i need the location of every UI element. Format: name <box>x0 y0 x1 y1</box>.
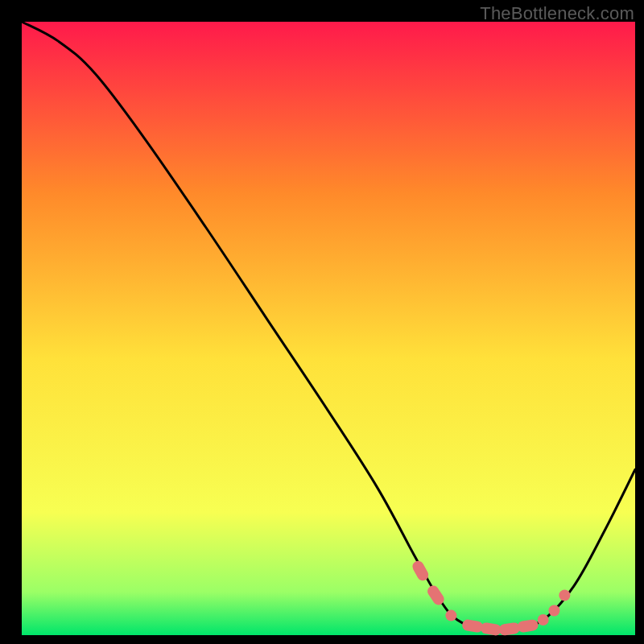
plot-background <box>22 22 635 635</box>
marker-dot <box>445 610 456 621</box>
marker-dot <box>548 605 559 617</box>
chart-container: TheBottleneck.com <box>0 0 644 644</box>
marker-dot <box>559 589 570 601</box>
watermark-text: TheBottleneck.com <box>480 3 634 24</box>
bottleneck-curve-chart <box>0 0 644 644</box>
marker-dot <box>538 614 549 625</box>
